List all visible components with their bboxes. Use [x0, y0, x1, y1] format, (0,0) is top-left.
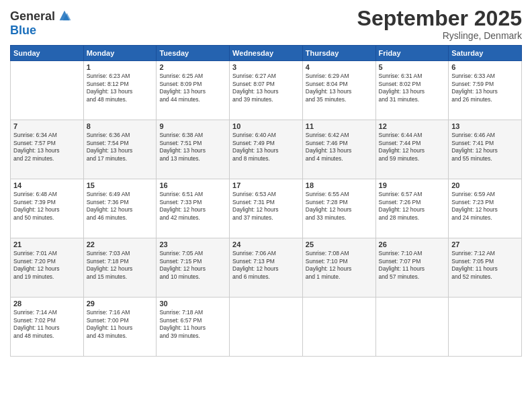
calendar-cell: 23Sunrise: 7:05 AM Sunset: 7:15 PM Dayli… — [157, 238, 230, 298]
logo-blue-text: Blue — [10, 24, 36, 37]
calendar-cell: 15Sunrise: 6:49 AM Sunset: 7:36 PM Dayli… — [83, 179, 157, 238]
calendar-cell: 13Sunrise: 6:46 AM Sunset: 7:41 PM Dayli… — [449, 120, 522, 179]
calendar-cell: 17Sunrise: 6:53 AM Sunset: 7:31 PM Dayli… — [230, 179, 303, 238]
cell-content: Sunrise: 6:44 AM Sunset: 7:44 PM Dayligh… — [379, 132, 446, 163]
calendar-cell: 28Sunrise: 7:14 AM Sunset: 7:02 PM Dayli… — [11, 298, 84, 357]
calendar-cell: 29Sunrise: 7:16 AM Sunset: 7:00 PM Dayli… — [83, 298, 157, 357]
day-number: 6 — [451, 63, 519, 71]
weekday-saturday: Saturday — [449, 46, 522, 61]
cell-content: Sunrise: 7:03 AM Sunset: 7:18 PM Dayligh… — [87, 250, 154, 281]
calendar-cell: 18Sunrise: 6:55 AM Sunset: 7:28 PM Dayli… — [302, 179, 375, 238]
cell-content: Sunrise: 6:49 AM Sunset: 7:36 PM Dayligh… — [87, 191, 154, 222]
logo: General Blue — [10, 9, 72, 38]
cell-content: Sunrise: 7:06 AM Sunset: 7:13 PM Dayligh… — [232, 250, 300, 281]
cell-content: Sunrise: 6:31 AM Sunset: 8:02 PM Dayligh… — [379, 73, 446, 103]
day-number: 28 — [13, 300, 81, 308]
cell-content: Sunrise: 7:10 AM Sunset: 7:07 PM Dayligh… — [379, 250, 446, 281]
cell-content: Sunrise: 7:14 AM Sunset: 7:02 PM Dayligh… — [13, 309, 81, 340]
cell-content: Sunrise: 6:48 AM Sunset: 7:39 PM Dayligh… — [13, 191, 81, 222]
day-number: 12 — [379, 122, 446, 130]
calendar-table: SundayMondayTuesdayWednesdayThursdayFrid… — [10, 45, 522, 357]
calendar-cell: 14Sunrise: 6:48 AM Sunset: 7:39 PM Dayli… — [11, 179, 84, 238]
cell-content: Sunrise: 6:23 AM Sunset: 8:12 PM Dayligh… — [87, 73, 154, 103]
calendar-cell: 6Sunrise: 6:33 AM Sunset: 7:59 PM Daylig… — [449, 61, 522, 120]
day-number: 19 — [379, 181, 446, 189]
day-number: 20 — [451, 181, 519, 189]
day-number: 24 — [232, 240, 300, 248]
calendar-cell: 12Sunrise: 6:44 AM Sunset: 7:44 PM Dayli… — [375, 120, 449, 179]
weekday-monday: Monday — [83, 46, 157, 61]
day-number: 13 — [451, 122, 519, 130]
calendar-cell: 2Sunrise: 6:25 AM Sunset: 8:09 PM Daylig… — [157, 61, 230, 120]
day-number: 4 — [306, 63, 373, 71]
day-number: 2 — [159, 63, 226, 71]
day-number: 25 — [306, 240, 373, 248]
calendar-cell: 11Sunrise: 6:42 AM Sunset: 7:46 PM Dayli… — [302, 120, 375, 179]
cell-content: Sunrise: 7:01 AM Sunset: 7:20 PM Dayligh… — [13, 250, 81, 281]
day-number: 18 — [306, 181, 373, 189]
calendar-cell: 3Sunrise: 6:27 AM Sunset: 8:07 PM Daylig… — [230, 61, 303, 120]
calendar-cell: 27Sunrise: 7:12 AM Sunset: 7:05 PM Dayli… — [449, 238, 522, 298]
day-number: 14 — [13, 181, 81, 189]
calendar-cell: 8Sunrise: 6:36 AM Sunset: 7:54 PM Daylig… — [83, 120, 157, 179]
calendar-cell: 5Sunrise: 6:31 AM Sunset: 8:02 PM Daylig… — [375, 61, 449, 120]
cell-content: Sunrise: 6:59 AM Sunset: 7:23 PM Dayligh… — [451, 191, 519, 222]
cell-content: Sunrise: 6:27 AM Sunset: 8:07 PM Dayligh… — [232, 73, 300, 103]
calendar-cell — [375, 298, 449, 357]
weekday-tuesday: Tuesday — [157, 46, 230, 61]
cell-content: Sunrise: 6:53 AM Sunset: 7:31 PM Dayligh… — [232, 191, 300, 222]
cell-content: Sunrise: 7:18 AM Sunset: 6:57 PM Dayligh… — [159, 309, 226, 340]
page: General Blue September 2025 Ryslinge, De… — [0, 0, 532, 411]
cell-content: Sunrise: 6:33 AM Sunset: 7:59 PM Dayligh… — [451, 73, 519, 103]
calendar-cell: 22Sunrise: 7:03 AM Sunset: 7:18 PM Dayli… — [83, 238, 157, 298]
day-number: 21 — [13, 240, 81, 248]
title-block: September 2025 Ryslinge, Denmark — [357, 7, 522, 41]
cell-content: Sunrise: 6:29 AM Sunset: 8:04 PM Dayligh… — [306, 73, 373, 103]
day-number: 8 — [87, 122, 154, 130]
day-number: 3 — [232, 63, 300, 71]
calendar-cell: 16Sunrise: 6:51 AM Sunset: 7:33 PM Dayli… — [157, 179, 230, 238]
week-row-4: 28Sunrise: 7:14 AM Sunset: 7:02 PM Dayli… — [11, 298, 522, 357]
cell-content: Sunrise: 7:05 AM Sunset: 7:15 PM Dayligh… — [159, 250, 226, 281]
day-number: 16 — [159, 181, 226, 189]
cell-content: Sunrise: 6:25 AM Sunset: 8:09 PM Dayligh… — [159, 73, 226, 103]
day-number: 17 — [232, 181, 300, 189]
calendar-cell: 25Sunrise: 7:08 AM Sunset: 7:10 PM Dayli… — [302, 238, 375, 298]
weekday-wednesday: Wednesday — [230, 46, 303, 61]
calendar-cell: 19Sunrise: 6:57 AM Sunset: 7:26 PM Dayli… — [375, 179, 449, 238]
cell-content: Sunrise: 6:55 AM Sunset: 7:28 PM Dayligh… — [306, 191, 373, 222]
day-number: 29 — [87, 300, 154, 308]
header: General Blue September 2025 Ryslinge, De… — [10, 7, 522, 41]
week-row-2: 14Sunrise: 6:48 AM Sunset: 7:39 PM Dayli… — [11, 179, 522, 238]
calendar-cell: 20Sunrise: 6:59 AM Sunset: 7:23 PM Dayli… — [449, 179, 522, 238]
day-number: 11 — [306, 122, 373, 130]
week-row-0: 1Sunrise: 6:23 AM Sunset: 8:12 PM Daylig… — [11, 61, 522, 120]
day-number: 10 — [232, 122, 300, 130]
weekday-sunday: Sunday — [11, 46, 84, 61]
logo-general-text: General — [10, 9, 55, 24]
day-number: 15 — [87, 181, 154, 189]
logo-icon — [57, 8, 72, 23]
calendar-cell: 4Sunrise: 6:29 AM Sunset: 8:04 PM Daylig… — [302, 61, 375, 120]
calendar-cell: 30Sunrise: 7:18 AM Sunset: 6:57 PM Dayli… — [157, 298, 230, 357]
weekday-header-row: SundayMondayTuesdayWednesdayThursdayFrid… — [11, 46, 522, 61]
day-number: 26 — [379, 240, 446, 248]
calendar-cell — [449, 298, 522, 357]
weekday-thursday: Thursday — [302, 46, 375, 61]
week-row-1: 7Sunrise: 6:34 AM Sunset: 7:57 PM Daylig… — [11, 120, 522, 179]
day-number: 23 — [159, 240, 226, 248]
calendar-cell — [11, 61, 84, 120]
weekday-friday: Friday — [375, 46, 449, 61]
cell-content: Sunrise: 6:36 AM Sunset: 7:54 PM Dayligh… — [87, 132, 154, 163]
cell-content: Sunrise: 7:16 AM Sunset: 7:00 PM Dayligh… — [87, 309, 154, 340]
day-number: 27 — [451, 240, 519, 248]
calendar-cell — [230, 298, 303, 357]
calendar-cell: 9Sunrise: 6:38 AM Sunset: 7:51 PM Daylig… — [157, 120, 230, 179]
day-number: 9 — [159, 122, 226, 130]
cell-content: Sunrise: 6:57 AM Sunset: 7:26 PM Dayligh… — [379, 191, 446, 222]
calendar-cell: 7Sunrise: 6:34 AM Sunset: 7:57 PM Daylig… — [11, 120, 84, 179]
cell-content: Sunrise: 6:46 AM Sunset: 7:41 PM Dayligh… — [451, 132, 519, 163]
cell-content: Sunrise: 7:12 AM Sunset: 7:05 PM Dayligh… — [451, 250, 519, 281]
cell-content: Sunrise: 7:08 AM Sunset: 7:10 PM Dayligh… — [306, 250, 373, 281]
calendar-cell: 26Sunrise: 7:10 AM Sunset: 7:07 PM Dayli… — [375, 238, 449, 298]
